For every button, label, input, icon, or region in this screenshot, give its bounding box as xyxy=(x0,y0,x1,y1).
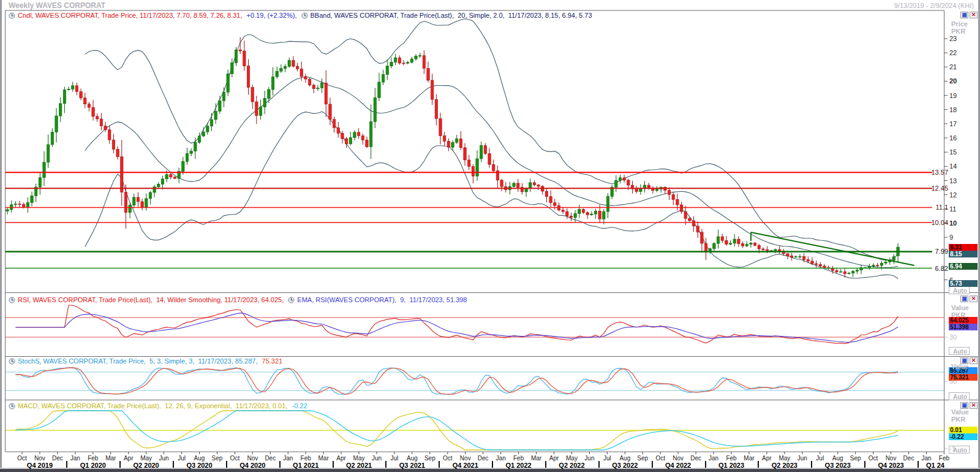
stoch-legend-text-0: StochS, WAVES CORPORAT, Trade Price, 5, … xyxy=(18,357,260,365)
rsi-line xyxy=(15,305,898,344)
price-panel-legend: Cndl, WAVES CORPORAT, Trade Price, 11/17… xyxy=(9,12,592,19)
bollinger-upper-band xyxy=(85,19,898,261)
stoch-panel-legend: StochS, WAVES CORPORAT, Trade Price, 5, … xyxy=(9,357,282,365)
stoch-panel-close-icon[interactable]: ✕ xyxy=(970,357,978,364)
bollinger-lower-band xyxy=(85,112,898,278)
macd-axis-unit-line1: Value xyxy=(951,408,969,416)
rsi-panel-buttons: ▣ ✕ xyxy=(960,295,978,302)
macd-panel-close-icon[interactable]: ✕ xyxy=(970,402,978,409)
rsi-legend-text-1: EMA, RSI(WAVES CORPORAT), 9, 11/17/2023,… xyxy=(297,296,467,303)
clock-interval-icon xyxy=(9,358,15,365)
rsi-panel-close-icon[interactable]: ✕ xyxy=(970,295,978,302)
rsi-axis-header: Value PKR xyxy=(951,304,969,319)
chart-window: Weekly WAVES CORPORAT 9/13/2019 - 2/9/20… xyxy=(0,0,980,472)
macd-axis-header: Value PKR xyxy=(951,408,969,423)
clock-interval-icon xyxy=(288,297,295,303)
rsi-axis-unit-line1: Value xyxy=(951,304,969,311)
macd-axis-unit-line2: PKR xyxy=(951,416,969,423)
price-panel-buttons: ▣ ✕ xyxy=(960,12,978,18)
stoch-autoscale-button[interactable]: Auto xyxy=(949,392,970,400)
price-autoscale-button[interactable]: Auto xyxy=(949,286,970,294)
price-legend-text-1: +0.19, (+2.32%), xyxy=(247,12,299,19)
rsi-legend-text-0: RSI, WAVES CORPORAT, Trade Price(Last), … xyxy=(18,296,285,303)
stoch-legend-text-1: 75.321 xyxy=(262,357,283,365)
stoch-axis-header: Value xyxy=(951,363,969,370)
rsi-axis-unit-line2: PKR xyxy=(951,311,969,319)
chart-canvas xyxy=(0,0,980,472)
price-panel-close-icon[interactable]: ✕ xyxy=(970,12,978,18)
price-panel-restore-icon[interactable]: ▣ xyxy=(960,12,968,18)
price-axis-unit-line2: PKR xyxy=(951,28,968,35)
price-legend-text-0: Cndl, WAVES CORPORAT, Trade Price, 11/17… xyxy=(18,12,244,19)
macd-legend-text-0: MACD, WAVES CORPORAT, Trade Price(Last),… xyxy=(18,402,289,409)
clock-interval-icon xyxy=(9,297,15,303)
macd-legend-text-1: -0.22 xyxy=(292,402,307,409)
stoch-axis-unit-line1: Value xyxy=(951,363,969,370)
price-axis-unit-line1: Price xyxy=(951,20,968,28)
price-axis-header: Price PKR xyxy=(951,20,968,35)
clock-interval-icon xyxy=(9,403,15,409)
macd-autoscale-button[interactable]: Auto xyxy=(949,446,970,454)
rsi-panel-restore-icon[interactable]: ▣ xyxy=(960,295,968,302)
macd-panel-legend: MACD, WAVES CORPORAT, Trade Price(Last),… xyxy=(9,402,307,409)
price-legend-text-2: BBand, WAVES CORPORAT, Trade Price(Last)… xyxy=(311,12,592,19)
clock-interval-icon xyxy=(301,12,308,19)
rsi-autoscale-button[interactable]: Auto xyxy=(949,347,970,355)
clock-interval-icon xyxy=(9,12,15,19)
rsi-panel-legend: RSI, WAVES CORPORAT, Trade Price(Last), … xyxy=(9,296,467,303)
